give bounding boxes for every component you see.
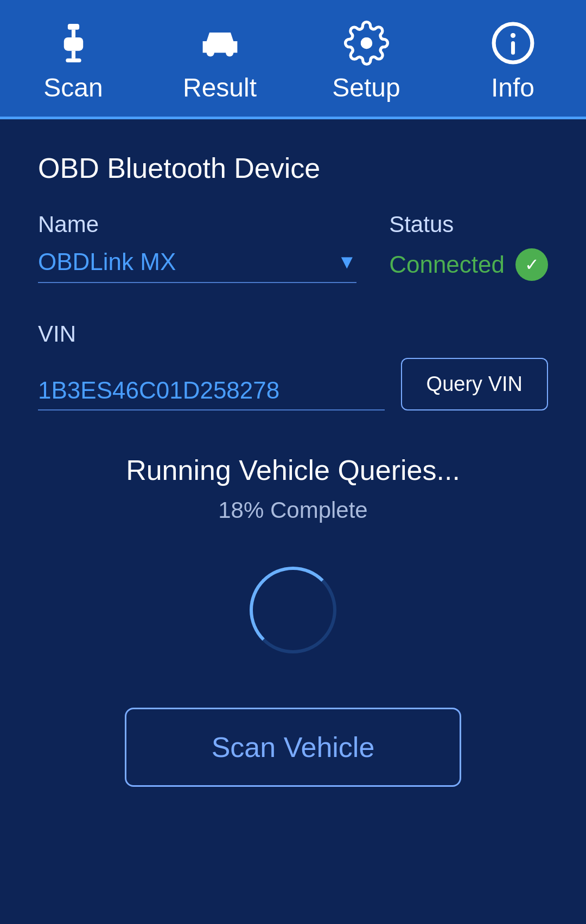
scan-icon	[50, 20, 97, 66]
svg-rect-3	[71, 50, 75, 58]
scan-vehicle-section: Scan Vehicle	[38, 708, 548, 787]
main-content: OBD Bluetooth Device Name OBDLink MX ▼ S…	[0, 119, 586, 819]
nav-info-label: Info	[491, 73, 534, 102]
setup-icon	[343, 20, 390, 66]
section-title: OBD Bluetooth Device	[38, 152, 548, 184]
name-field-group: Name OBDLink MX ▼	[38, 211, 356, 283]
dropdown-arrow-icon: ▼	[337, 251, 357, 273]
progress-title: Running Vehicle Queries...	[126, 454, 460, 486]
result-icon	[197, 20, 243, 66]
nav-item-result[interactable]: Result	[146, 0, 293, 117]
svg-rect-6	[75, 41, 79, 44]
nav-item-scan[interactable]: Scan	[0, 0, 146, 117]
status-check-icon: ✓	[515, 248, 548, 281]
svg-rect-2	[63, 37, 82, 50]
svg-rect-5	[67, 41, 71, 44]
loading-spinner	[250, 567, 336, 653]
vin-input-group	[38, 371, 385, 410]
vin-input[interactable]	[38, 371, 385, 410]
nav-item-setup[interactable]: Setup	[293, 0, 440, 117]
device-name-text: OBDLink MX	[38, 248, 327, 275]
info-icon	[490, 20, 536, 66]
status-label: Status	[389, 211, 548, 238]
query-vin-button[interactable]: Query VIN	[401, 358, 548, 410]
device-row: Name OBDLink MX ▼ Status Connected ✓	[38, 211, 548, 288]
status-row: Connected ✓	[389, 248, 548, 288]
nav-setup-label: Setup	[332, 73, 400, 102]
svg-point-8	[226, 49, 233, 56]
vin-section: VIN Query VIN	[38, 321, 548, 410]
svg-rect-0	[67, 24, 79, 30]
svg-point-12	[511, 33, 515, 38]
svg-point-7	[206, 49, 214, 56]
nav-scan-label: Scan	[43, 73, 103, 102]
nav-result-label: Result	[183, 73, 257, 102]
status-field-group: Status Connected ✓	[389, 211, 548, 288]
svg-point-9	[360, 37, 372, 48]
vin-row: Query VIN	[38, 358, 548, 410]
name-label: Name	[38, 211, 356, 238]
device-select-dropdown[interactable]: OBDLink MX ▼	[38, 248, 356, 283]
scan-vehicle-button[interactable]: Scan Vehicle	[125, 708, 461, 787]
progress-subtitle: 18% Complete	[218, 497, 367, 523]
vin-field-group: VIN Query VIN	[38, 321, 548, 410]
status-text: Connected	[389, 251, 505, 278]
spinner-animation	[250, 567, 336, 653]
svg-rect-4	[66, 58, 81, 62]
nav-bar: Scan Result Setup	[0, 0, 586, 119]
progress-section: Running Vehicle Queries... 18% Complete	[38, 454, 548, 653]
svg-rect-1	[71, 29, 75, 37]
nav-item-info[interactable]: Info	[440, 0, 586, 117]
vin-label: VIN	[38, 321, 548, 347]
